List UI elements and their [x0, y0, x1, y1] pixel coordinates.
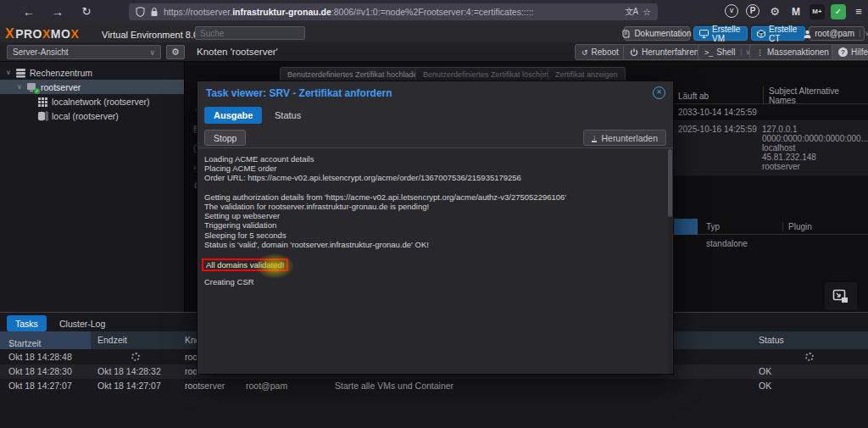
stop-button[interactable]: Stopp [204, 130, 246, 146]
page-title: Knoten 'rootserver' [197, 47, 278, 57]
proxmox-logo: XPROXMOX [5, 26, 79, 42]
tree-item-localnetwork[interactable]: localnetwork (rootserver) [0, 94, 184, 108]
bookmark-star-icon[interactable]: ☆ [643, 7, 651, 18]
tree-item-label: Rechenzentrum [30, 68, 92, 78]
loading-spinner-icon [131, 353, 140, 361]
log-line: Sleeping for 5 seconds [204, 231, 666, 240]
log-line: Creating CSR [204, 277, 666, 286]
forward-icon[interactable]: → [49, 3, 66, 20]
p-extension-icon[interactable]: P [746, 4, 760, 18]
pve-header: XPROXMOX Virtual Environment 8.0.4 Dokum… [0, 24, 868, 42]
tracking-shield-icon[interactable] [136, 7, 145, 17]
task-status: OK [759, 366, 771, 376]
task-row[interactable]: Okt 18 14:27:07Okt 18 14:27:07rootserver… [0, 379, 868, 393]
create-ct-button[interactable]: Erstelle CT [751, 26, 805, 41]
datacenter-icon [15, 68, 26, 78]
reboot-button[interactable]: ↺ Reboot [575, 44, 626, 60]
screen: ← → ↻ https://rootserver.infrastruktur-g… [0, 0, 868, 428]
pocket-extension-icon[interactable]: ∨ [725, 4, 738, 18]
privacy-shield-extension-icon[interactable]: ✓ [831, 4, 846, 19]
power-icon [630, 48, 638, 57]
tree-item-label: rootserver [41, 82, 81, 92]
download-button[interactable]: ↓ Herunterladen [583, 130, 666, 146]
tree-item-rechenzentrum[interactable]: ∨Rechenzentrum [0, 65, 184, 80]
tree-item-label: local (rootserver) [52, 111, 119, 121]
log-line: Setting up webserver [204, 211, 666, 220]
log-line: Getting authorization details from 'http… [204, 192, 666, 202]
tab-status[interactable]: Status [265, 107, 310, 124]
help-button[interactable]: ? Hilfe [832, 44, 868, 60]
extensions-puzzle-icon[interactable]: ⚙ [767, 4, 782, 19]
task-node: rootserver [185, 381, 225, 391]
log-line: Status is 'valid', domain 'rootserver.in… [204, 240, 666, 249]
task-description: Starte alle VMs und Container [335, 381, 453, 391]
task-user: root@pam [246, 381, 287, 391]
question-icon: ? [838, 47, 848, 57]
pve-version: Virtual Environment 8.0.4 [102, 30, 206, 40]
dialog-title: Task viewer: SRV - Zertifikat anfordern [206, 87, 392, 99]
user-menu-button[interactable]: root@pam ∨ [809, 26, 865, 41]
task-end-time: Okt 18 14:27:07 [97, 381, 161, 391]
translate-icon[interactable]: 文A [625, 6, 637, 18]
cube-icon [757, 30, 765, 38]
user-icon [804, 30, 811, 38]
storage-icon [37, 111, 48, 121]
url-text[interactable]: https://rootserver.infrastruktur-gronau.… [164, 7, 620, 17]
close-icon[interactable]: ✕ [653, 86, 665, 99]
shutdown-button[interactable]: Herunterfahren [623, 44, 705, 60]
loading-spinner-icon [805, 353, 814, 361]
scrollbar-thumb[interactable] [668, 149, 672, 217]
task-viewer-dialog: Task viewer: SRV - Zertifikat anfordern … [197, 81, 674, 375]
log-line: Order URL: https://acme-v02.api.letsencr… [204, 173, 666, 182]
download-icon: ↓ [592, 134, 598, 142]
dialog-toolbar: Stopp ↓ Herunterladen [198, 128, 673, 148]
log-line: Loading ACME account details [204, 154, 666, 164]
log-line [204, 183, 666, 192]
tree-settings-button[interactable]: ⚙ [166, 45, 185, 59]
expander-icon[interactable]: ∨ [16, 83, 23, 91]
column-status[interactable]: Status [759, 335, 784, 345]
view-select-dropdown[interactable]: Server-Ansicht ∨ [7, 45, 161, 59]
hamburger-menu-icon[interactable]: ≡ [851, 4, 866, 19]
resource-tree: ∨Rechenzentrum∨✓rootserverlocalnetwork (… [0, 62, 185, 312]
log-line: Placing ACME order [204, 164, 666, 173]
m-extension-icon[interactable]: M [788, 4, 804, 19]
scrollbar[interactable] [668, 149, 672, 374]
log-line: All domains validated! [204, 258, 666, 268]
online-status-icon: ✓ [34, 88, 40, 94]
search-input[interactable] [195, 26, 305, 40]
tab-cluster-log[interactable]: Cluster-Log [51, 315, 114, 331]
shell-button[interactable]: >_ Shell ∨ [698, 44, 757, 60]
mb-extension-icon[interactable]: M+ [810, 4, 825, 19]
task-start-time: Okt 18 14:28:48 [8, 352, 72, 362]
sort-desc-icon: ↓ [8, 338, 13, 348]
tree-item-local[interactable]: local (rootserver) [0, 108, 184, 123]
reload-icon[interactable]: ↻ [78, 3, 95, 20]
tab-tasks[interactable]: Tasks [7, 315, 47, 331]
tree-item-rootserver[interactable]: ∨✓rootserver [0, 80, 184, 94]
url-bar[interactable]: https://rootserver.infrastruktur-gronau.… [129, 3, 658, 20]
column-endzeit[interactable]: Endzeit [97, 335, 127, 345]
tab-ausgabe[interactable]: Ausgabe [204, 107, 262, 124]
create-vm-button[interactable]: Erstelle VM [693, 26, 748, 41]
task-log-output[interactable]: Loading ACME account detailsPlacing ACME… [198, 149, 673, 374]
log-line [204, 249, 666, 258]
monitor-icon [699, 30, 709, 38]
task-start-time: Okt 18 14:27:07 [8, 381, 72, 391]
screen-capture-icon[interactable] [825, 282, 857, 310]
task-status: OK [759, 381, 771, 391]
task-end-time: Okt 18 14:28:32 [97, 366, 161, 376]
chevron-down-icon: ∨ [149, 48, 155, 57]
tree-item-label: localnetwork (rootserver) [52, 97, 150, 107]
log-line: Triggering validation [204, 220, 666, 230]
documentation-button[interactable]: Dokumentation [624, 26, 690, 41]
caret-down-icon: ∨ [860, 30, 868, 37]
back-icon[interactable]: ← [20, 3, 37, 20]
vertical-dots-icon: ⋮ [756, 48, 764, 57]
book-icon [622, 30, 631, 38]
node-icon: ✓ [26, 82, 37, 92]
task-start-time: Okt 18 14:28:30 [8, 366, 72, 376]
expander-icon[interactable]: ∨ [5, 69, 12, 76]
browser-toolbar: ← → ↻ https://rootserver.infrastruktur-g… [0, 0, 868, 24]
lock-icon[interactable] [150, 7, 159, 17]
